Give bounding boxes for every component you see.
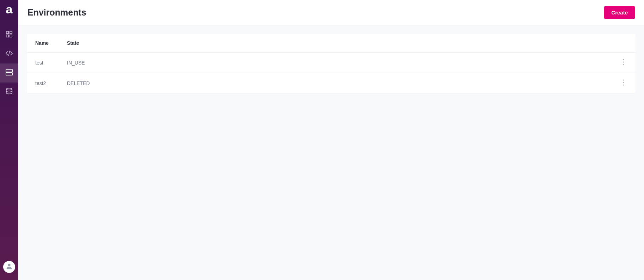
table-row[interactable]: test IN_USE (27, 53, 636, 73)
col-header-actions (612, 34, 636, 53)
svg-point-10 (8, 264, 10, 266)
svg-point-11 (623, 59, 624, 60)
svg-line-4 (8, 51, 10, 56)
svg-rect-0 (6, 31, 8, 34)
dashboard-icon (5, 30, 13, 39)
content-area: Name State test IN_USE (18, 25, 644, 102)
server-icon (5, 68, 13, 78)
cell-name: test2 (27, 73, 59, 93)
environments-table: Name State test IN_USE (27, 34, 636, 93)
more-vertical-icon (623, 61, 624, 66)
sidebar-footer (3, 261, 15, 273)
sidebar-item-code[interactable] (0, 44, 18, 63)
user-icon (5, 262, 13, 272)
app-logo[interactable]: a (0, 0, 18, 18)
code-icon (5, 49, 13, 59)
svg-point-9 (6, 88, 12, 90)
environments-card: Name State test IN_USE (27, 34, 636, 93)
cell-state: DELETED (59, 73, 612, 93)
user-avatar[interactable] (3, 261, 15, 273)
svg-rect-6 (6, 73, 12, 75)
svg-point-15 (623, 82, 624, 83)
page-title: Environments (27, 7, 604, 18)
svg-rect-3 (6, 35, 8, 37)
svg-rect-2 (10, 35, 12, 37)
row-actions-button[interactable] (620, 57, 627, 68)
svg-point-13 (623, 64, 624, 65)
database-icon (5, 87, 13, 97)
cell-name: test (27, 53, 59, 73)
app-logo-letter: a (6, 2, 13, 16)
sidebar-item-data[interactable] (0, 83, 18, 102)
svg-point-16 (623, 84, 624, 85)
sidebar-item-environments[interactable] (0, 63, 18, 83)
svg-rect-1 (10, 31, 12, 34)
sidebar-nav (0, 25, 18, 102)
svg-rect-5 (6, 69, 12, 72)
row-actions-button[interactable] (620, 78, 627, 88)
svg-point-14 (623, 79, 624, 80)
create-button[interactable]: Create (604, 6, 635, 19)
table-row[interactable]: test2 DELETED (27, 73, 636, 93)
sidebar: a (0, 0, 18, 280)
svg-point-12 (623, 61, 624, 62)
more-vertical-icon (623, 81, 624, 87)
page-header: Environments Create (18, 0, 644, 25)
main: Environments Create Name State test IN_U… (18, 0, 644, 280)
col-header-state: State (59, 34, 612, 53)
cell-state: IN_USE (59, 53, 612, 73)
col-header-name: Name (27, 34, 59, 53)
sidebar-item-dashboard[interactable] (0, 25, 18, 44)
